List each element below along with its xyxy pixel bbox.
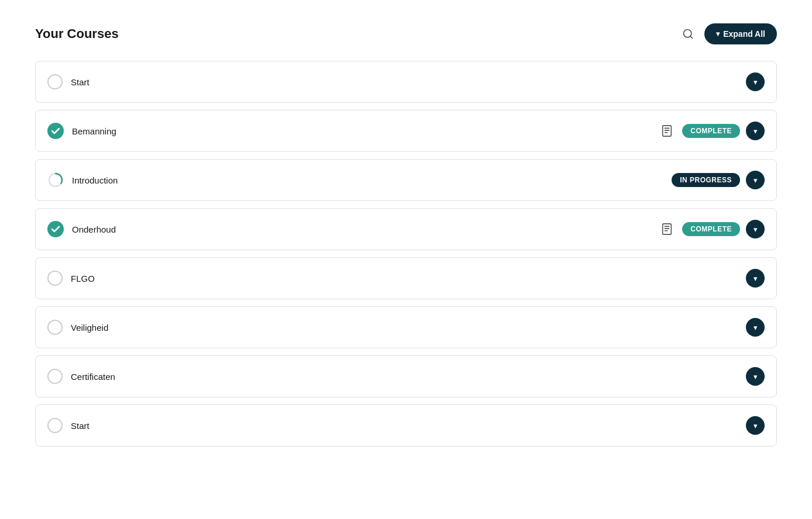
status-icon bbox=[47, 418, 63, 433]
course-row: Start▾ bbox=[35, 61, 777, 103]
search-icon bbox=[682, 28, 694, 40]
expand-row-button[interactable]: ▾ bbox=[746, 269, 765, 288]
svg-line-1 bbox=[690, 36, 693, 39]
course-row: Onderhoud COMPLETE▾ bbox=[35, 208, 777, 250]
course-right: ▾ bbox=[746, 72, 765, 91]
expand-row-button[interactable]: ▾ bbox=[746, 220, 765, 238]
course-left: Veiligheid bbox=[47, 320, 108, 335]
status-icon bbox=[47, 221, 64, 237]
course-left: Bemanning bbox=[47, 123, 116, 139]
status-badge: COMPLETE bbox=[682, 222, 740, 236]
svg-rect-8 bbox=[663, 224, 672, 234]
status-icon bbox=[47, 369, 63, 384]
svg-rect-2 bbox=[663, 126, 672, 136]
expand-row-button[interactable]: ▾ bbox=[746, 122, 765, 140]
chevron-down-icon: ▾ bbox=[753, 78, 758, 86]
status-badge: COMPLETE bbox=[682, 124, 740, 138]
course-right: COMPLETE▾ bbox=[658, 122, 765, 140]
course-name: Certificaten bbox=[71, 372, 115, 382]
course-left: FLGO bbox=[47, 271, 95, 286]
course-name: Introduction bbox=[72, 175, 118, 185]
document-icon[interactable] bbox=[658, 220, 676, 238]
chevron-down-icon: ▾ bbox=[753, 372, 758, 381]
expand-row-button[interactable]: ▾ bbox=[746, 72, 765, 91]
expand-all-label: Expand All bbox=[723, 29, 765, 39]
course-name: Bemanning bbox=[72, 126, 116, 136]
course-left: Certificaten bbox=[47, 369, 115, 384]
chevron-down-icon: ▾ bbox=[753, 421, 758, 430]
header-actions: ▾ Expand All bbox=[679, 23, 777, 44]
courses-list: Start▾Bemanning COMPLETE▾ IntroductionIN… bbox=[35, 61, 777, 447]
course-row: Veiligheid▾ bbox=[35, 306, 777, 348]
expand-all-button[interactable]: ▾ Expand All bbox=[704, 23, 777, 44]
course-name: Start bbox=[71, 421, 90, 431]
course-name: FLGO bbox=[71, 274, 95, 283]
status-icon bbox=[47, 271, 63, 286]
course-left: Introduction bbox=[47, 172, 118, 188]
status-icon bbox=[47, 320, 63, 335]
status-badge: IN PROGRESS bbox=[672, 173, 740, 187]
chevron-down-icon: ▾ bbox=[716, 30, 720, 38]
chevron-down-icon: ▾ bbox=[753, 225, 758, 234]
chevron-down-icon: ▾ bbox=[753, 127, 758, 136]
course-right: IN PROGRESS▾ bbox=[672, 171, 765, 189]
course-left: Start bbox=[47, 418, 90, 433]
chevron-down-icon: ▾ bbox=[753, 323, 758, 332]
course-right: COMPLETE▾ bbox=[658, 220, 765, 238]
course-right: ▾ bbox=[746, 416, 765, 435]
expand-row-button[interactable]: ▾ bbox=[746, 416, 765, 435]
chevron-down-icon: ▾ bbox=[753, 274, 758, 283]
status-icon bbox=[47, 172, 64, 188]
course-name: Veiligheid bbox=[71, 323, 108, 333]
course-row: Bemanning COMPLETE▾ bbox=[35, 110, 777, 152]
course-right: ▾ bbox=[746, 318, 765, 337]
course-left: Onderhoud bbox=[47, 221, 116, 237]
course-right: ▾ bbox=[746, 367, 765, 386]
course-name: Start bbox=[71, 77, 90, 87]
search-button[interactable] bbox=[679, 25, 697, 43]
chevron-down-icon: ▾ bbox=[753, 176, 758, 185]
course-row: FLGO▾ bbox=[35, 257, 777, 299]
page-header: Your Courses ▾ Expand All bbox=[35, 23, 777, 44]
status-icon bbox=[47, 123, 64, 139]
document-icon[interactable] bbox=[658, 122, 676, 140]
course-row: Start▾ bbox=[35, 404, 777, 447]
page-title: Your Courses bbox=[35, 26, 119, 41]
course-right: ▾ bbox=[746, 269, 765, 288]
course-row: Certificaten▾ bbox=[35, 355, 777, 397]
course-row: IntroductionIN PROGRESS▾ bbox=[35, 159, 777, 201]
expand-row-button[interactable]: ▾ bbox=[746, 367, 765, 386]
expand-row-button[interactable]: ▾ bbox=[746, 318, 765, 337]
course-name: Onderhoud bbox=[72, 224, 116, 234]
expand-row-button[interactable]: ▾ bbox=[746, 171, 765, 189]
status-icon bbox=[47, 74, 63, 89]
course-left: Start bbox=[47, 74, 90, 89]
